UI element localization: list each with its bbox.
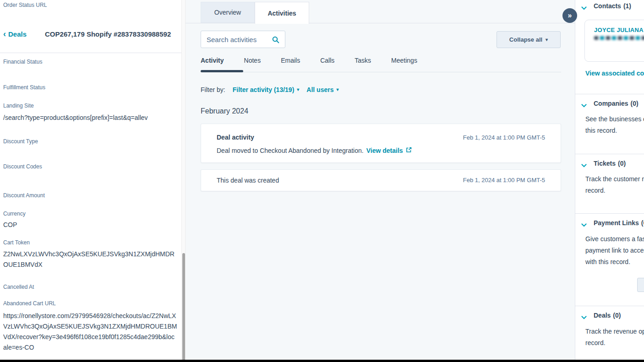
associated-contact-card[interactable]: JOYCE JULIANA xyxy=(584,20,644,62)
section-title: Deals(0) xyxy=(594,312,621,319)
activity-timestamp: Feb 1, 2024 at 1:00 PM GMT-5 xyxy=(463,177,545,184)
filter-by-label: Filter by: xyxy=(201,86,225,93)
subtab-calls[interactable]: Calls xyxy=(320,57,334,64)
subtab-notes[interactable]: Notes xyxy=(244,57,261,64)
search-icon[interactable] xyxy=(272,36,279,45)
activity-main-area: Overview Activities Collapse all ▾ Activ… xyxy=(186,0,575,362)
property-value: Z2NwLXVzLWVhc3QxOjAxSE5KUEJSVkg3N1ZXMjdH… xyxy=(3,249,181,270)
chevron-left-icon: ‹ xyxy=(3,31,6,38)
all-users-label: All users xyxy=(306,86,333,93)
tab-overview[interactable]: Overview xyxy=(201,2,255,23)
tab-label: Activities xyxy=(267,10,296,17)
filter-row: Filter by: Filter activity (13/19) ▾ All… xyxy=(201,86,339,93)
section-title: Contacts(1) xyxy=(594,2,631,10)
property-value: https://ronellystore.com/29799546928/che… xyxy=(3,311,181,353)
section-count: (0) xyxy=(641,219,644,227)
property-abandoned-cart-url: Abandoned Cart URL https://ronellystore.… xyxy=(3,300,181,353)
subtab-divider-line xyxy=(201,72,561,72)
chevron-down-icon: ▾ xyxy=(546,38,548,42)
collapse-all-button[interactable]: Collapse all ▾ xyxy=(497,31,561,48)
all-users-dropdown[interactable]: All users ▾ xyxy=(306,86,338,93)
activity-card-deal-created: This deal was created Feb 1, 2024 at 1:0… xyxy=(201,169,561,191)
view-details-label: View details xyxy=(366,147,403,154)
deal-properties-panel: Order Status URL ‹ Deals COP267,179 Shop… xyxy=(0,0,181,362)
active-subtab-indicator xyxy=(201,70,243,72)
divider xyxy=(575,306,644,306)
property-landing-site: Landing Site /search?type=product&option… xyxy=(3,103,181,123)
section-description: See the businesses or organizations asso… xyxy=(585,113,644,136)
section-title-text: Companies xyxy=(594,100,628,107)
property-cancelled-at: Cancelled At xyxy=(3,284,181,291)
bottom-edge-bar xyxy=(0,360,644,362)
view-details-link[interactable]: View details xyxy=(366,147,412,154)
property-discount-type: Discount Type xyxy=(3,138,181,145)
redacted-contact-details xyxy=(594,36,644,40)
tab-label: Overview xyxy=(214,9,241,16)
search-activities-box xyxy=(201,31,285,48)
activity-title: This deal was created xyxy=(217,177,279,184)
section-title: Payment Links(0) xyxy=(594,219,644,227)
chevron-down-icon: ▾ xyxy=(336,87,338,92)
activity-subtabs: Activity Notes Emails Calls Tasks Meetin… xyxy=(201,57,417,64)
property-currency: Currency COP xyxy=(3,211,181,230)
filter-activity-label: Filter activity (13/19) xyxy=(233,86,295,93)
contact-name-link[interactable]: JOYCE JULIANA xyxy=(594,27,644,33)
section-description: Track the customer requests associated w… xyxy=(585,173,644,196)
section-count: (1) xyxy=(623,2,631,10)
deal-header-row: ‹ Deals COP267,179 Shopify #283783309885… xyxy=(3,30,171,38)
tab-divider-line xyxy=(186,23,575,23)
double-chevron-right-icon: » xyxy=(568,11,572,20)
chevron-down-icon xyxy=(581,161,587,169)
tab-activities[interactable]: Activities xyxy=(255,2,309,24)
section-count: (0) xyxy=(618,160,626,167)
section-title-text: Deals xyxy=(594,312,611,319)
property-discount-amount: Discount Amount xyxy=(3,192,181,199)
subtab-meetings[interactable]: Meetings xyxy=(391,57,417,64)
subtab-tasks[interactable]: Tasks xyxy=(355,57,371,64)
divider xyxy=(0,53,181,53)
back-to-deals-link[interactable]: ‹ Deals xyxy=(3,30,27,38)
left-panel-scrollbar[interactable] xyxy=(181,0,186,362)
scrollbar-thumb[interactable] xyxy=(182,253,185,362)
property-value: COP xyxy=(3,220,181,230)
property-financial-status: Financial Status xyxy=(3,59,181,65)
property-value: /search?type=product&options[prefix]=las… xyxy=(3,113,181,123)
section-count: (0) xyxy=(613,312,621,319)
back-link-label: Deals xyxy=(8,30,27,38)
chevron-down-icon: ▾ xyxy=(297,87,299,92)
subtab-emails[interactable]: Emails xyxy=(281,57,300,64)
chevron-down-icon xyxy=(581,4,587,12)
activity-timestamp: Feb 1, 2024 at 1:00 PM GMT-5 xyxy=(463,134,545,141)
section-title-text: Contacts xyxy=(594,2,621,10)
section-description: Track the revenue opportunities associat… xyxy=(585,326,644,349)
view-associated-contacts-link[interactable]: View associated contacts xyxy=(585,70,644,77)
create-payment-link-button[interactable] xyxy=(637,278,644,292)
external-link-icon xyxy=(406,147,412,154)
filter-activity-dropdown[interactable]: Filter activity (13/19) ▾ xyxy=(233,86,300,93)
property-cart-token: Cart Token Z2NwLXVzLWVhc3QxOjAxSE5KUEJSV… xyxy=(3,239,181,270)
section-title-text: Payment Links xyxy=(594,219,639,227)
chevron-down-icon xyxy=(581,313,587,321)
deal-title: COP267,179 Shopify #28378330988592 xyxy=(45,30,171,38)
section-title: Tickets(0) xyxy=(594,160,626,167)
collapse-all-label: Collapse all xyxy=(509,36,542,43)
property-discount-codes: Discount Codes xyxy=(3,163,181,170)
divider xyxy=(575,213,644,214)
divider xyxy=(575,94,644,94)
collapse-sidebar-button[interactable]: » xyxy=(562,8,577,23)
activity-card-deal-activity: Deal activity Feb 1, 2024 at 1:00 PM GMT… xyxy=(201,124,561,163)
chevron-down-icon xyxy=(581,221,587,229)
section-title: Companies(0) xyxy=(594,100,639,107)
section-count: (0) xyxy=(630,100,638,107)
month-group-header: February 2024 xyxy=(201,107,248,115)
search-input[interactable] xyxy=(201,31,270,48)
chevron-down-icon xyxy=(581,101,587,109)
section-description: Give customers a fast and easy way to pa… xyxy=(585,233,644,268)
property-label-order-status-url: Order Status URL xyxy=(3,2,47,9)
activity-title: Deal activity xyxy=(217,134,254,141)
activity-body-text: Deal moved to Checkout Abandoned by Inte… xyxy=(217,147,364,154)
divider xyxy=(575,154,644,154)
subtab-activity[interactable]: Activity xyxy=(201,57,224,64)
section-title-text: Tickets xyxy=(594,160,616,167)
associations-sidebar: Contacts(1) JOYCE JULIANA View associate… xyxy=(575,0,644,362)
